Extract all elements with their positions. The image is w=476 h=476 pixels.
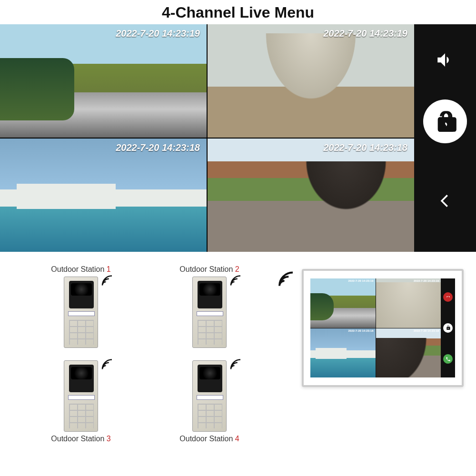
keypad-icon xyxy=(192,360,227,432)
wifi-icon xyxy=(276,271,296,293)
camera-4[interactable]: 2022-7-20 14:23:18 xyxy=(208,139,414,252)
wifi-icon xyxy=(228,275,243,291)
back-button[interactable] xyxy=(428,184,462,218)
keypad-device xyxy=(64,360,98,432)
monitor-controls xyxy=(441,278,455,377)
station-label: Outdoor Station 1 xyxy=(51,265,110,274)
unlock-button[interactable] xyxy=(423,99,467,143)
wifi-icon xyxy=(100,275,114,291)
keypad-icon xyxy=(64,277,98,348)
mini-timestamp: 2022-7-20 14:23:19 xyxy=(414,279,439,282)
station-2: Outdoor Station 2 xyxy=(157,265,262,360)
keypad-device xyxy=(64,277,98,348)
phone-down-icon xyxy=(446,294,451,299)
page-title: 4-Channel Live Menu xyxy=(0,0,476,24)
monitor-device: 2022-7-20 14:23:19 2022-7-20 14:23:19 20… xyxy=(281,265,464,456)
answer-button[interactable] xyxy=(443,354,453,364)
camera-feed xyxy=(208,24,414,138)
mini-timestamp: 2022-7-20 14:23:18 xyxy=(414,329,439,332)
station-1: Outdoor Station 1 xyxy=(29,265,133,360)
hangup-button[interactable] xyxy=(443,292,453,302)
camera-3[interactable]: 2022-7-20 14:23:18 xyxy=(0,139,207,252)
keypad-device xyxy=(192,277,227,348)
keypad-device xyxy=(192,360,227,432)
mini-camera-1: 2022-7-20 14:23:19 xyxy=(310,278,376,328)
timestamp: 2022-7-20 14:23:18 xyxy=(116,142,200,153)
chevron-left-icon xyxy=(435,191,455,211)
mini-camera-4: 2022-7-20 14:23:18 xyxy=(376,328,441,378)
mini-unlock-button[interactable] xyxy=(443,323,453,333)
station-3: Outdoor Station 3 xyxy=(29,360,133,456)
station-grid: Outdoor Station 1 Outdoor Station 2 Outd… xyxy=(29,265,262,456)
unlock-icon xyxy=(446,325,451,330)
wifi-icon xyxy=(100,358,114,375)
keypad-icon xyxy=(64,360,98,432)
timestamp: 2022-7-20 14:23:19 xyxy=(323,28,407,39)
camera-feed xyxy=(0,24,207,138)
unlock-icon xyxy=(433,109,457,134)
devices-row: Outdoor Station 1 Outdoor Station 2 Outd… xyxy=(0,252,476,456)
station-label: Outdoor Station 4 xyxy=(179,435,239,443)
indoor-monitor: 2022-7-20 14:23:19 2022-7-20 14:23:19 20… xyxy=(302,269,464,387)
camera-grid: 2022-7-20 14:23:19 2022-7-20 14:23:19 20… xyxy=(0,24,414,252)
camera-feed xyxy=(0,139,207,252)
keypad-icon xyxy=(192,277,227,348)
wifi-icon xyxy=(228,358,243,375)
volume-icon xyxy=(435,50,455,70)
mini-camera-3: 2022-7-20 14:23:18 xyxy=(310,328,376,378)
camera-2[interactable]: 2022-7-20 14:23:19 xyxy=(208,24,414,138)
monitor-screen: 2022-7-20 14:23:19 2022-7-20 14:23:19 20… xyxy=(310,278,455,377)
live-view-row: 2022-7-20 14:23:19 2022-7-20 14:23:19 20… xyxy=(0,24,476,252)
station-4: Outdoor Station 4 xyxy=(157,360,262,456)
timestamp: 2022-7-20 14:23:18 xyxy=(323,142,407,153)
monitor-grid: 2022-7-20 14:23:19 2022-7-20 14:23:19 20… xyxy=(310,278,441,377)
mini-timestamp: 2022-7-20 14:23:18 xyxy=(348,329,373,332)
camera-1[interactable]: 2022-7-20 14:23:19 xyxy=(0,24,207,138)
phone-icon xyxy=(446,357,451,362)
station-label: Outdoor Station 3 xyxy=(51,435,110,443)
mini-timestamp: 2022-7-20 14:23:19 xyxy=(348,279,373,282)
station-label: Outdoor Station 2 xyxy=(179,265,239,274)
camera-feed xyxy=(208,139,414,252)
control-sidebar xyxy=(414,24,476,252)
timestamp: 2022-7-20 14:23:19 xyxy=(116,28,200,39)
volume-button[interactable] xyxy=(428,43,462,77)
mini-camera-2: 2022-7-20 14:23:19 xyxy=(376,278,441,328)
